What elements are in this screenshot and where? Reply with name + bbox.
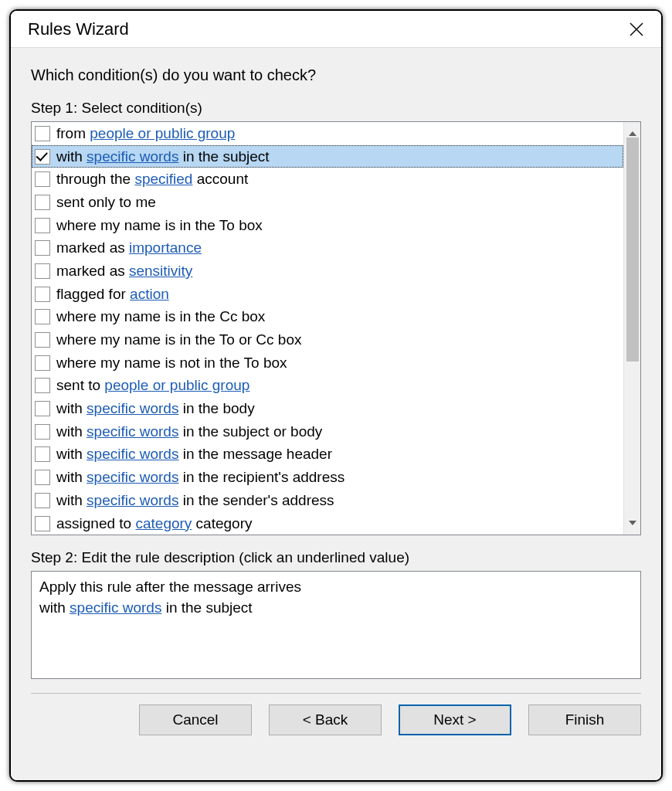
condition-checkbox[interactable] [35, 171, 50, 187]
condition-row[interactable]: sent to people or public group [32, 375, 623, 398]
condition-checkbox[interactable] [35, 332, 50, 348]
condition-link[interactable]: sensitivity [129, 263, 192, 279]
condition-row[interactable]: with specific words in the message heade… [32, 443, 623, 467]
condition-label: with specific words in the sender's addr… [56, 492, 334, 509]
condition-checkbox[interactable] [35, 355, 50, 371]
condition-label: with specific words in the recipient's a… [56, 469, 344, 486]
condition-label: where my name is in the To box [56, 217, 263, 234]
condition-label: from people or public group [56, 125, 235, 142]
rules-wizard-dialog: Rules Wizard Which condition(s) do you w… [9, 9, 663, 782]
dialog-body: Which condition(s) do you want to check?… [11, 48, 661, 780]
wizard-question: Which condition(s) do you want to check? [31, 66, 641, 84]
conditions-list[interactable]: from people or public groupwith specific… [32, 122, 623, 535]
condition-link[interactable]: specified [134, 171, 192, 187]
finish-button[interactable]: Finish [528, 704, 641, 735]
condition-checkbox[interactable] [35, 470, 50, 485]
condition-label: with specific words in the message heade… [56, 446, 332, 463]
condition-link[interactable]: importance [129, 239, 202, 256]
condition-checkbox[interactable] [35, 240, 50, 256]
condition-checkbox[interactable] [35, 126, 50, 141]
condition-row[interactable]: flagged for action [32, 283, 623, 306]
next-button[interactable]: Next > [399, 704, 511, 735]
condition-link[interactable]: specific words [87, 423, 178, 440]
condition-checkbox[interactable] [35, 424, 50, 440]
close-icon [629, 22, 644, 37]
condition-row[interactable]: with specific words in the subject or bo… [32, 420, 623, 443]
condition-checkbox[interactable] [35, 287, 50, 302]
title-bar: Rules Wizard [11, 11, 661, 48]
condition-row[interactable]: marked as importance [32, 236, 623, 260]
condition-row[interactable]: assigned to category category [32, 512, 623, 535]
condition-label: with specific words in the body [56, 400, 255, 417]
condition-link[interactable]: specific words [87, 446, 178, 462]
close-button[interactable] [623, 15, 650, 43]
condition-row[interactable]: where my name is in the To or Cc box [32, 328, 623, 351]
condition-link[interactable]: category [135, 515, 192, 531]
step2-label: Step 2: Edit the rule description (click… [31, 549, 641, 566]
condition-row[interactable]: where my name is in the To box [32, 214, 623, 237]
button-row: Cancel < Back Next > Finish [31, 704, 641, 740]
scroll-thumb[interactable] [626, 137, 639, 362]
back-button[interactable]: < Back [269, 704, 382, 735]
condition-link[interactable]: specific words [87, 469, 178, 485]
condition-row[interactable]: with specific words in the sender's addr… [32, 489, 623, 512]
condition-checkbox[interactable] [35, 195, 50, 210]
condition-row[interactable]: sent only to me [32, 191, 623, 214]
condition-row[interactable]: with specific words in the body [32, 397, 623, 420]
rule-description-line: Apply this rule after the message arrive… [39, 576, 633, 597]
condition-label: sent only to me [56, 194, 156, 211]
separator [31, 693, 641, 694]
condition-checkbox[interactable] [35, 309, 50, 324]
condition-link[interactable]: people or public group [104, 377, 249, 393]
step1-label: Step 1: Select condition(s) [31, 100, 641, 117]
condition-label: sent to people or public group [56, 377, 249, 394]
condition-row[interactable]: marked as sensitivity [32, 260, 623, 283]
condition-label: where my name is not in the To box [56, 355, 287, 372]
condition-label: where my name is in the To or Cc box [56, 331, 302, 348]
rule-description-line: with specific words in the subject [39, 597, 633, 618]
condition-checkbox[interactable] [35, 263, 50, 279]
scroll-down-icon[interactable] [624, 516, 640, 530]
condition-row[interactable]: where my name is not in the To box [32, 351, 623, 375]
cancel-button[interactable]: Cancel [139, 704, 252, 735]
condition-link[interactable]: specific words [87, 148, 178, 165]
condition-row[interactable]: with specific words in the recipient's a… [32, 466, 623, 489]
condition-label: where my name is in the Cc box [56, 308, 265, 325]
condition-checkbox[interactable] [35, 149, 50, 165]
condition-label: through the specified account [56, 171, 248, 188]
condition-label: with specific words in the subject or bo… [56, 423, 322, 440]
condition-row[interactable]: from people or public group [32, 122, 623, 145]
condition-checkbox[interactable] [35, 516, 50, 531]
specific-words-link[interactable]: specific words [70, 599, 161, 616]
rule-description-box: Apply this rule after the message arrive… [31, 571, 641, 679]
condition-label: marked as sensitivity [56, 263, 192, 280]
condition-link[interactable]: specific words [87, 400, 178, 416]
condition-checkbox[interactable] [35, 493, 50, 508]
condition-link[interactable]: action [130, 286, 169, 302]
condition-checkbox[interactable] [35, 378, 50, 393]
condition-label: flagged for action [56, 286, 169, 303]
condition-checkbox[interactable] [35, 401, 50, 416]
condition-checkbox[interactable] [35, 446, 50, 462]
condition-checkbox[interactable] [35, 218, 50, 233]
condition-row[interactable]: through the specified account [32, 168, 623, 191]
condition-link[interactable]: specific words [87, 492, 178, 508]
dialog-title: Rules Wizard [28, 19, 129, 39]
condition-link[interactable]: people or public group [90, 125, 235, 141]
condition-row[interactable]: where my name is in the Cc box [32, 306, 623, 329]
conditions-listbox: from people or public groupwith specific… [31, 121, 641, 535]
condition-label: with specific words in the subject [56, 148, 270, 165]
condition-row[interactable]: with specific words in the subject [32, 145, 623, 168]
condition-label: marked as importance [56, 239, 202, 256]
condition-label: assigned to category category [56, 515, 253, 532]
scrollbar[interactable] [623, 122, 640, 535]
